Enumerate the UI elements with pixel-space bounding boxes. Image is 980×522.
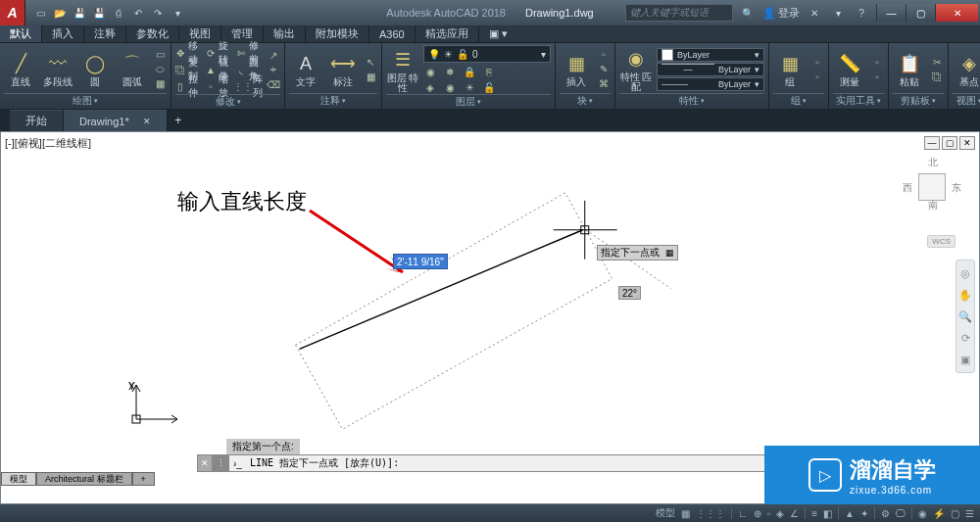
status-3dosnap-icon[interactable]: ◈ <box>776 508 784 519</box>
menutab-default[interactable]: 默认 <box>0 25 42 42</box>
status-polar-icon[interactable]: ⊕ <box>754 508 761 519</box>
scale-button[interactable]: ▫缩放 <box>206 78 232 94</box>
saveas-icon[interactable]: 💾 <box>92 6 106 20</box>
command-input[interactable]: LINE 指定下一点或 [放弃(U)]: <box>246 456 769 470</box>
window-close-button[interactable]: ✕ <box>935 4 978 22</box>
array-button[interactable]: ⋮⋮阵列 <box>236 78 263 94</box>
menutab-featured[interactable]: 精选应用 <box>416 25 479 42</box>
status-hardware-icon[interactable]: ⚡ <box>933 508 945 519</box>
ribbon-label-draw[interactable]: 绘图 <box>4 93 167 107</box>
status-otrack-icon[interactable]: ∠ <box>790 508 799 519</box>
status-cleanscreen-icon[interactable]: ▢ <box>951 508 959 519</box>
polyline-button[interactable]: 〰多段线 <box>41 45 74 93</box>
menutab-more[interactable]: ▣ ▾ <box>479 25 517 42</box>
status-workspace-icon[interactable]: ⚙ <box>881 508 890 519</box>
status-customize-icon[interactable]: ☰ <box>965 508 974 519</box>
layer-unlock-icon[interactable]: 🔓 <box>482 80 496 94</box>
paste-button[interactable]: 📋粘贴 <box>893 45 926 93</box>
create-block-icon[interactable]: ▫ <box>597 48 611 62</box>
help-icon[interactable]: ? <box>853 5 870 21</box>
doctab-add-button[interactable]: + <box>168 110 189 131</box>
ribbon-label-baseview[interactable]: 视图 <box>953 93 980 107</box>
dynamic-length-input[interactable]: 2'-11 9/16" <box>393 254 448 269</box>
layer-thaw-icon[interactable]: ☀ <box>463 80 476 94</box>
group-button[interactable]: ▦组 <box>773 45 807 93</box>
extend-icon[interactable]: ↗ <box>267 48 280 62</box>
stretch-button[interactable]: ▯拉伸 <box>175 78 202 94</box>
dimension-button[interactable]: ⟷标注 <box>326 45 360 93</box>
match-properties-button[interactable]: ◉特性 匹配 <box>619 45 653 93</box>
erase-icon[interactable]: ⌫ <box>267 77 280 91</box>
menutab-parametric[interactable]: 参数化 <box>126 25 179 42</box>
leader-icon[interactable]: ↖ <box>364 55 377 69</box>
window-maximize-button[interactable]: ▢ <box>906 4 935 22</box>
doctab-start[interactable]: 开始 <box>10 110 64 131</box>
select-icon[interactable]: ▫ <box>870 55 884 69</box>
linetype-combo[interactable]: ———ByLayer▾ <box>657 77 764 91</box>
group-edit-icon[interactable]: ▫ <box>810 70 824 83</box>
arc-button[interactable]: ⌒圆弧 <box>116 45 149 93</box>
status-lineweight-icon[interactable]: ≡ <box>811 508 817 519</box>
menutab-addins[interactable]: 附加模块 <box>306 25 369 42</box>
menutab-annotate[interactable]: 注释 <box>84 25 126 42</box>
status-snap-icon[interactable]: ⋮⋮⋮ <box>696 508 725 519</box>
table-icon[interactable]: ▦ <box>364 70 377 83</box>
line-button[interactable]: ╱直线 <box>4 45 37 93</box>
status-annoscale-icon[interactable]: ▲ <box>845 508 855 519</box>
menutab-a360[interactable]: A360 <box>369 25 416 42</box>
doctab-drawing1[interactable]: Drawing1*✕ <box>64 110 168 131</box>
login-button[interactable]: 👤登录 <box>762 6 800 21</box>
ribbon-label-utilities[interactable]: 实用工具 <box>833 93 884 107</box>
hatch-icon[interactable]: ▦ <box>153 77 167 91</box>
new-icon[interactable]: ▭ <box>33 6 47 20</box>
copyclip-icon[interactable]: ⿻ <box>930 70 944 83</box>
status-ortho-icon[interactable]: ∟ <box>738 508 748 519</box>
undo-icon[interactable]: ↶ <box>131 6 145 20</box>
status-monitor-icon[interactable]: 🖵 <box>896 508 906 519</box>
layout-tab-model[interactable]: 模型 <box>1 472 36 486</box>
layer-combo[interactable]: 💡☀🔓0▾ <box>423 45 551 63</box>
offset-icon[interactable]: ⫩ <box>267 63 280 76</box>
layer-freeze-icon[interactable]: ❅ <box>443 65 457 78</box>
color-combo[interactable]: ByLayer▾ <box>657 48 764 62</box>
ribbon-label-block[interactable]: 块 <box>560 93 611 107</box>
ribbon-label-layers[interactable]: 图层 <box>386 94 551 108</box>
base-button[interactable]: ◈基点 <box>953 45 980 93</box>
edit-block-icon[interactable]: ✎ <box>597 63 611 76</box>
layer-match-icon[interactable]: ⎘ <box>482 65 496 78</box>
cmdline-handle-icon[interactable]: ⋮ <box>212 455 229 471</box>
circle-button[interactable]: ◯圆 <box>78 45 112 93</box>
open-icon[interactable]: 📂 <box>53 6 67 20</box>
search-input[interactable]: 键入关键字或短语 <box>625 4 733 22</box>
ribbon-label-groups[interactable]: 组 <box>773 93 824 107</box>
status-model-button[interactable]: 模型 <box>656 506 675 520</box>
ribbon-label-clipboard[interactable]: 剪贴板 <box>893 93 944 107</box>
ellipse-icon[interactable]: ⬭ <box>153 63 167 76</box>
save-icon[interactable]: 💾 <box>73 6 86 20</box>
window-minimize-button[interactable]: — <box>876 4 906 22</box>
cut-icon[interactable]: ✂ <box>930 55 944 69</box>
exchange-icon[interactable]: ✕ <box>806 5 823 21</box>
calc-icon[interactable]: ▫ <box>870 70 884 83</box>
status-isolate-icon[interactable]: ◉ <box>918 508 927 519</box>
text-button[interactable]: A文字 <box>289 45 322 93</box>
menutab-insert[interactable]: 插入 <box>42 25 84 42</box>
ribbon-label-annotation[interactable]: 注释 <box>289 93 377 107</box>
rect-icon[interactable]: ▭ <box>153 48 167 62</box>
dropdown-icon[interactable]: ▾ <box>829 5 847 21</box>
menutab-output[interactable]: 输出 <box>264 25 306 42</box>
redo-icon[interactable]: ↷ <box>151 6 165 20</box>
layer-off-icon[interactable]: ◉ <box>423 65 437 78</box>
measure-button[interactable]: 📏测量 <box>833 45 866 93</box>
layout-tab-architectural[interactable]: Architectural 标题栏 <box>36 472 132 486</box>
layout-tab-add[interactable]: + <box>132 472 155 486</box>
attr-icon[interactable]: ⌘ <box>597 77 611 91</box>
status-grid-icon[interactable]: ▦ <box>681 508 690 519</box>
insert-block-button[interactable]: ▦插入 <box>560 45 593 93</box>
status-annoviz-icon[interactable]: ✦ <box>860 508 868 519</box>
layer-properties-button[interactable]: ☰图层 特性 <box>386 45 419 94</box>
layer-lock-icon[interactable]: 🔒 <box>463 65 476 78</box>
cmdline-close-icon[interactable]: ✕ <box>198 455 212 471</box>
status-transparency-icon[interactable]: ◧ <box>823 508 832 519</box>
command-line[interactable]: ✕ ⋮ ›_ LINE 指定下一点或 [放弃(U)]: ▴ <box>197 454 783 472</box>
